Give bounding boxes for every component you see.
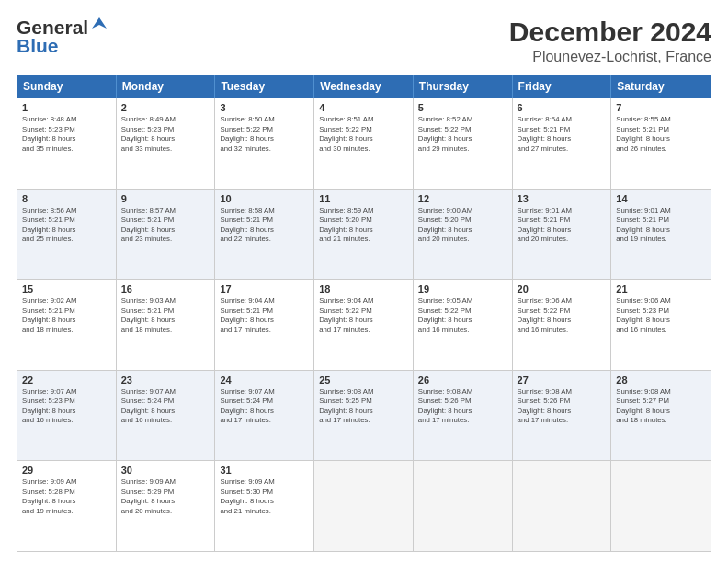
day-cell-26: 26Sunrise: 9:08 AM Sunset: 5:26 PM Dayli… bbox=[414, 371, 513, 461]
day-cell-18: 18Sunrise: 9:04 AM Sunset: 5:22 PM Dayli… bbox=[314, 280, 414, 370]
day-info: Sunrise: 9:06 AM Sunset: 5:22 PM Dayligh… bbox=[518, 296, 607, 335]
day-number: 3 bbox=[220, 102, 309, 113]
header-sunday: Sunday bbox=[17, 75, 117, 98]
day-number: 18 bbox=[319, 283, 408, 294]
empty-cell bbox=[513, 461, 612, 551]
day-info: Sunrise: 9:08 AM Sunset: 5:26 PM Dayligh… bbox=[518, 387, 607, 426]
day-info: Sunrise: 9:01 AM Sunset: 5:21 PM Dayligh… bbox=[518, 206, 607, 245]
day-info: Sunrise: 8:57 AM Sunset: 5:21 PM Dayligh… bbox=[121, 206, 210, 245]
day-cell-4: 4Sunrise: 8:51 AM Sunset: 5:22 PM Daylig… bbox=[314, 98, 414, 189]
day-info: Sunrise: 9:08 AM Sunset: 5:27 PM Dayligh… bbox=[616, 387, 706, 426]
header-tuesday: Tuesday bbox=[215, 75, 314, 98]
day-number: 30 bbox=[121, 465, 210, 476]
day-info: Sunrise: 9:00 AM Sunset: 5:20 PM Dayligh… bbox=[418, 206, 507, 245]
day-number: 7 bbox=[616, 102, 706, 113]
day-number: 27 bbox=[518, 374, 607, 385]
day-number: 14 bbox=[616, 193, 706, 204]
day-number: 26 bbox=[418, 374, 507, 385]
day-cell-24: 24Sunrise: 9:07 AM Sunset: 5:24 PM Dayli… bbox=[215, 371, 314, 461]
day-cell-3: 3Sunrise: 8:50 AM Sunset: 5:22 PM Daylig… bbox=[215, 98, 314, 189]
day-info: Sunrise: 8:59 AM Sunset: 5:20 PM Dayligh… bbox=[319, 206, 408, 245]
day-info: Sunrise: 9:04 AM Sunset: 5:22 PM Dayligh… bbox=[319, 296, 408, 335]
empty-cell bbox=[414, 461, 513, 551]
day-number: 17 bbox=[220, 283, 309, 294]
day-cell-28: 28Sunrise: 9:08 AM Sunset: 5:27 PM Dayli… bbox=[611, 371, 711, 461]
empty-cell bbox=[314, 461, 414, 551]
day-cell-22: 22Sunrise: 9:07 AM Sunset: 5:23 PM Dayli… bbox=[17, 371, 117, 461]
day-cell-10: 10Sunrise: 8:58 AM Sunset: 5:21 PM Dayli… bbox=[215, 190, 314, 280]
day-cell-8: 8Sunrise: 8:56 AM Sunset: 5:21 PM Daylig… bbox=[17, 190, 117, 280]
day-number: 22 bbox=[22, 374, 111, 385]
day-number: 2 bbox=[121, 102, 210, 113]
day-cell-5: 5Sunrise: 8:52 AM Sunset: 5:22 PM Daylig… bbox=[414, 98, 513, 189]
day-number: 16 bbox=[121, 283, 210, 294]
page: General Blue December 2024 Plounevez-Loc… bbox=[0, 0, 728, 563]
svg-marker-0 bbox=[92, 17, 107, 29]
day-number: 23 bbox=[121, 374, 210, 385]
day-number: 28 bbox=[616, 374, 706, 385]
week-1: 1Sunrise: 8:48 AM Sunset: 5:23 PM Daylig… bbox=[17, 98, 711, 189]
day-cell-6: 6Sunrise: 8:54 AM Sunset: 5:21 PM Daylig… bbox=[513, 98, 612, 189]
header-saturday: Saturday bbox=[611, 75, 711, 98]
day-number: 5 bbox=[418, 102, 507, 113]
day-info: Sunrise: 9:09 AM Sunset: 5:30 PM Dayligh… bbox=[220, 477, 309, 516]
day-cell-12: 12Sunrise: 9:00 AM Sunset: 5:20 PM Dayli… bbox=[414, 190, 513, 280]
title-block: December 2024 Plounevez-Lochrist, France bbox=[509, 17, 711, 65]
header-friday: Friday bbox=[513, 75, 612, 98]
header-thursday: Thursday bbox=[414, 75, 513, 98]
day-info: Sunrise: 9:01 AM Sunset: 5:21 PM Dayligh… bbox=[616, 206, 706, 245]
day-number: 20 bbox=[518, 283, 607, 294]
day-number: 25 bbox=[319, 374, 408, 385]
day-info: Sunrise: 8:48 AM Sunset: 5:23 PM Dayligh… bbox=[22, 115, 111, 154]
day-cell-21: 21Sunrise: 9:06 AM Sunset: 5:23 PM Dayli… bbox=[611, 280, 711, 370]
day-cell-9: 9Sunrise: 8:57 AM Sunset: 5:21 PM Daylig… bbox=[117, 190, 216, 280]
day-number: 8 bbox=[22, 193, 111, 204]
day-cell-23: 23Sunrise: 9:07 AM Sunset: 5:24 PM Dayli… bbox=[117, 371, 216, 461]
location-title: Plounevez-Lochrist, France bbox=[509, 49, 711, 65]
header-wednesday: Wednesday bbox=[314, 75, 414, 98]
day-cell-25: 25Sunrise: 9:08 AM Sunset: 5:25 PM Dayli… bbox=[314, 371, 414, 461]
day-info: Sunrise: 9:04 AM Sunset: 5:21 PM Dayligh… bbox=[220, 296, 309, 335]
logo-bird-icon bbox=[91, 16, 108, 36]
day-info: Sunrise: 8:58 AM Sunset: 5:21 PM Dayligh… bbox=[220, 206, 309, 245]
day-number: 4 bbox=[319, 102, 408, 113]
day-number: 13 bbox=[518, 193, 607, 204]
day-number: 19 bbox=[418, 283, 507, 294]
day-cell-16: 16Sunrise: 9:03 AM Sunset: 5:21 PM Dayli… bbox=[117, 280, 216, 370]
day-cell-31: 31Sunrise: 9:09 AM Sunset: 5:30 PM Dayli… bbox=[215, 461, 314, 551]
logo-blue: Blue bbox=[17, 35, 59, 57]
day-number: 29 bbox=[22, 465, 111, 476]
day-number: 21 bbox=[616, 283, 706, 294]
day-info: Sunrise: 8:55 AM Sunset: 5:21 PM Dayligh… bbox=[616, 115, 706, 154]
header-monday: Monday bbox=[117, 75, 216, 98]
day-info: Sunrise: 9:07 AM Sunset: 5:24 PM Dayligh… bbox=[121, 387, 210, 426]
day-number: 31 bbox=[220, 465, 309, 476]
day-cell-17: 17Sunrise: 9:04 AM Sunset: 5:21 PM Dayli… bbox=[215, 280, 314, 370]
day-info: Sunrise: 9:03 AM Sunset: 5:21 PM Dayligh… bbox=[121, 296, 210, 335]
day-number: 11 bbox=[319, 193, 408, 204]
day-info: Sunrise: 8:50 AM Sunset: 5:22 PM Dayligh… bbox=[220, 115, 309, 154]
day-info: Sunrise: 8:49 AM Sunset: 5:23 PM Dayligh… bbox=[121, 115, 210, 154]
day-cell-29: 29Sunrise: 9:09 AM Sunset: 5:28 PM Dayli… bbox=[17, 461, 117, 551]
day-info: Sunrise: 9:07 AM Sunset: 5:23 PM Dayligh… bbox=[22, 387, 111, 426]
day-info: Sunrise: 9:08 AM Sunset: 5:25 PM Dayligh… bbox=[319, 387, 408, 426]
day-info: Sunrise: 9:08 AM Sunset: 5:26 PM Dayligh… bbox=[418, 387, 507, 426]
day-number: 9 bbox=[121, 193, 210, 204]
day-number: 10 bbox=[220, 193, 309, 204]
day-info: Sunrise: 8:54 AM Sunset: 5:21 PM Dayligh… bbox=[518, 115, 607, 154]
month-title: December 2024 bbox=[509, 17, 711, 47]
day-cell-11: 11Sunrise: 8:59 AM Sunset: 5:20 PM Dayli… bbox=[314, 190, 414, 280]
header: General Blue December 2024 Plounevez-Loc… bbox=[17, 17, 711, 65]
day-cell-20: 20Sunrise: 9:06 AM Sunset: 5:22 PM Dayli… bbox=[513, 280, 612, 370]
day-cell-13: 13Sunrise: 9:01 AM Sunset: 5:21 PM Dayli… bbox=[513, 190, 612, 280]
week-2: 8Sunrise: 8:56 AM Sunset: 5:21 PM Daylig… bbox=[17, 189, 711, 280]
day-cell-7: 7Sunrise: 8:55 AM Sunset: 5:21 PM Daylig… bbox=[611, 98, 711, 189]
day-cell-2: 2Sunrise: 8:49 AM Sunset: 5:23 PM Daylig… bbox=[117, 98, 216, 189]
day-cell-27: 27Sunrise: 9:08 AM Sunset: 5:26 PM Dayli… bbox=[513, 371, 612, 461]
empty-cell bbox=[611, 461, 711, 551]
day-info: Sunrise: 9:07 AM Sunset: 5:24 PM Dayligh… bbox=[220, 387, 309, 426]
day-info: Sunrise: 9:02 AM Sunset: 5:21 PM Dayligh… bbox=[22, 296, 111, 335]
logo: General Blue bbox=[17, 17, 108, 57]
day-info: Sunrise: 9:05 AM Sunset: 5:22 PM Dayligh… bbox=[418, 296, 507, 335]
day-cell-30: 30Sunrise: 9:09 AM Sunset: 5:29 PM Dayli… bbox=[117, 461, 216, 551]
